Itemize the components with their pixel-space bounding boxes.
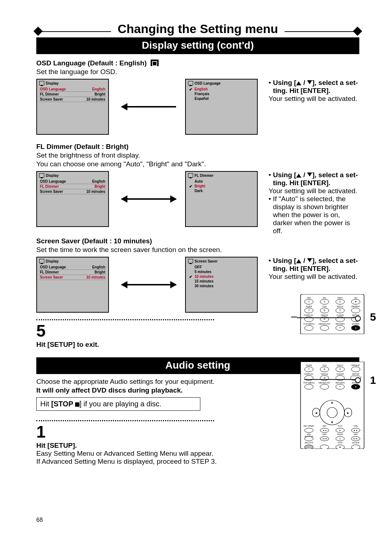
stop-instruction-box: Hit [STOP ] if you are playing a disc. (36, 397, 200, 411)
svg-text:SKIP: SKIP (322, 433, 327, 435)
down-triangle-icon (307, 172, 312, 176)
submenu-item: 30 minutes (188, 284, 255, 288)
arrow-left-icon (122, 106, 176, 107)
menu-row: FL DimmerBright (39, 184, 106, 189)
tv-icon (39, 259, 44, 263)
menu-row: OSD LanguageEnglish (39, 87, 106, 92)
fl-extra: If "Auto" is selected, the display is sh… (269, 195, 359, 235)
svg-text:5: 5 (324, 300, 325, 303)
ss-desc: Set the time to work the screen saver fu… (36, 246, 359, 254)
menu-row: Screen Saver10 minutes (39, 97, 106, 102)
svg-point-33 (305, 325, 313, 330)
svg-text:►►: ►► (354, 429, 358, 431)
svg-text:REC SPEED: REC SPEED (304, 425, 314, 427)
section-header-display: Display setting (cont'd) (36, 37, 359, 54)
arrow-both-icon (122, 284, 176, 285)
menu-title: Display (46, 174, 59, 178)
fl-desc2: You can choose one among "Auto", "Bright… (36, 160, 359, 168)
svg-text:CLEAR: CLEAR (336, 314, 344, 316)
arrow-both-icon (122, 198, 176, 200)
osd-desc: Set the language for OSD. (36, 68, 359, 76)
svg-text:7: 7 (308, 368, 310, 370)
up-triangle-icon (296, 259, 301, 263)
ss-heading: Screen Saver (Default : 10 minutes) (36, 237, 359, 245)
svg-text:◄◄: ◄◄ (322, 429, 327, 431)
svg-point-22 (351, 308, 360, 313)
diamond-right-icon (353, 27, 362, 36)
svg-text:◄: ◄ (315, 411, 318, 415)
stop-square-icon (75, 402, 79, 407)
submenu-title: OSD Language (195, 81, 221, 85)
callout-5: 5 (370, 311, 376, 323)
ss-instr-plain: Your setting will be activated. (269, 273, 359, 281)
ss-display-menu: Display OSD LanguageEnglishFL DimmerBrig… (36, 257, 109, 313)
svg-text:SETUP: SETUP (352, 373, 359, 375)
submenu-item: Español (188, 96, 255, 101)
submenu-item: OFF (188, 265, 255, 269)
page-title: Changing the Setting menu (111, 22, 285, 36)
menu-row: Screen Saver10 minutes (39, 275, 106, 280)
svg-text:TOP MENU: TOP MENU (303, 323, 314, 325)
submenu-item: ✔English (188, 87, 255, 92)
tv-icon (39, 81, 44, 85)
up-triangle-icon (296, 81, 301, 85)
svg-text:TUV: TUV (322, 305, 327, 308)
step-5-text: Hit [SETUP] to exit. (36, 341, 99, 348)
svg-text:MENU/LIST: MENU/LIST (319, 382, 330, 384)
up-triangle-icon (296, 174, 301, 178)
svg-text:|◄◄: |◄◄ (322, 438, 327, 440)
svg-text:PLAY: PLAY (338, 425, 343, 427)
svg-text:FWD: FWD (354, 425, 358, 427)
svg-text:STOP: STOP (338, 442, 343, 444)
svg-point-65 (320, 384, 329, 389)
menu-row: FL DimmerBright (39, 92, 106, 97)
callout-line (297, 317, 359, 318)
submenu-item: 5 minutes (188, 269, 255, 274)
svg-text:SKIP: SKIP (354, 433, 358, 435)
dotted-divider (36, 319, 214, 320)
svg-text:REPEAT: REPEAT (351, 305, 360, 308)
svg-text:●: ● (355, 326, 356, 329)
svg-text:REC/OTR: REC/OTR (305, 442, 313, 444)
svg-text:REV: REV (323, 425, 327, 427)
svg-text:DISPLAY: DISPLAY (305, 314, 314, 316)
svg-point-63 (305, 384, 313, 389)
svg-text:●: ● (355, 385, 356, 388)
submenu-title: Screen Saver (195, 259, 217, 263)
osd-instructions: Using [ / ], select a set-ting. Hit [ENT… (265, 79, 359, 103)
svg-text:MNO: MNO (338, 297, 343, 299)
osd-heading: OSD Language (Default : English) (36, 59, 359, 67)
svg-text:REPEAT: REPEAT (351, 364, 360, 366)
callout-1: 1 (370, 374, 376, 386)
fl-display-menu: Display OSD LanguageEnglishFL DimmerBrig… (36, 171, 109, 227)
down-triangle-icon (307, 80, 312, 84)
osd-instr-plain: Your setting will be activated. (269, 95, 359, 103)
submenu-item: Dark (188, 188, 255, 193)
callout-line (304, 379, 359, 380)
menu-row: OSD LanguageEnglish (39, 179, 106, 184)
fl-heading: FL Dimmer (Default : Bright) (36, 143, 359, 151)
svg-text:TOP MENU: TOP MENU (303, 382, 314, 384)
svg-text:8: 8 (324, 309, 325, 312)
svg-text:▲: ▲ (331, 401, 334, 404)
svg-text:►: ► (347, 411, 350, 415)
svg-text:WXYZ: WXYZ (337, 305, 343, 308)
svg-text:4: 4 (308, 300, 310, 303)
tv-icon (39, 173, 44, 178)
svg-text:↩: ↩ (339, 385, 341, 388)
tv-icon (188, 173, 193, 178)
down-triangle-icon (307, 258, 312, 262)
svg-text:DISPLAY: DISPLAY (305, 373, 314, 375)
svg-text:CLEAR: CLEAR (336, 373, 344, 375)
svg-text:RETURN: RETURN (336, 382, 345, 384)
menu-row: OSD LanguageEnglish (39, 265, 106, 270)
svg-text:▼: ▼ (355, 300, 357, 303)
page-title-banner: Changing the Setting menu (36, 22, 359, 36)
svg-point-52 (351, 367, 360, 372)
svg-text:||: || (339, 438, 341, 440)
svg-point-96 (305, 445, 313, 449)
menu-title: Display (46, 81, 59, 85)
svg-text:►: ► (339, 429, 341, 431)
svg-text:►►|: ►►| (353, 438, 358, 440)
svg-point-85 (305, 437, 313, 441)
